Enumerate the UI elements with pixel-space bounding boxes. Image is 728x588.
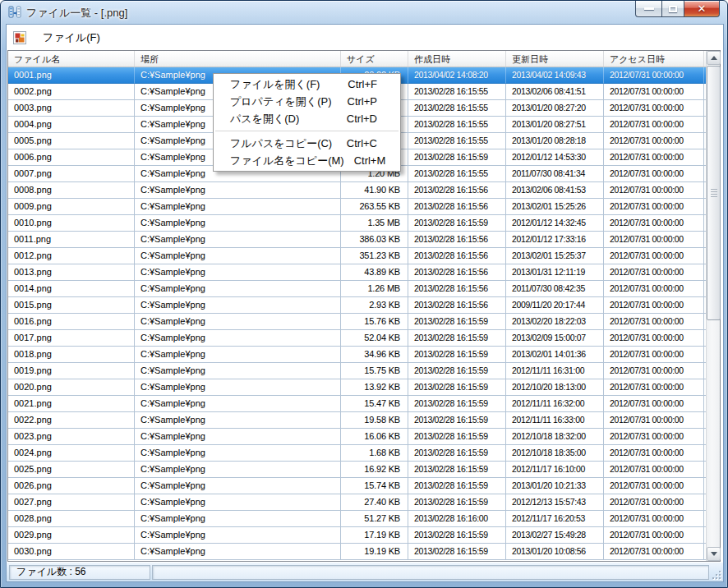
table-row[interactable]: 0028.pngC:¥Sample¥png51.27 KB2013/02/28 … [8, 511, 706, 527]
context-menu-separator [215, 131, 399, 131]
cell-updated: 2013/02/09 15:00:07 [506, 330, 604, 347]
table-row[interactable]: 0021.pngC:¥Sample¥png15.47 KB2013/02/28 … [8, 396, 706, 412]
table-row[interactable]: 0020.pngC:¥Sample¥png13.92 KB2013/02/28 … [8, 379, 706, 396]
cell-size: 41.90 KB [341, 182, 408, 199]
cell-accessed: 2012/07/31 00:00:00 [604, 215, 704, 232]
table-row[interactable]: 0011.pngC:¥Sample¥png386.03 KB2013/02/28… [8, 232, 706, 248]
header-cell-name[interactable]: ファイル名 [8, 51, 135, 67]
menu-file[interactable]: ファイル(F) [35, 27, 108, 48]
cell-location: C:¥Sample¥png [135, 182, 341, 199]
cell-size: 13.92 KB [341, 379, 408, 396]
cell-size: 52.04 KB [341, 330, 408, 347]
cell-updated: 2013/01/31 12:11:19 [506, 264, 604, 281]
table-row[interactable]: 0016.pngC:¥Sample¥png15.76 KB2013/02/28 … [8, 314, 706, 330]
cell-location: C:¥Sample¥png [135, 248, 341, 264]
scroll-thumb[interactable] [707, 66, 721, 320]
table-row[interactable]: 0025.pngC:¥Sample¥png16.92 KB2013/02/28 … [8, 462, 706, 478]
table-row[interactable]: 0010.pngC:¥Sample¥png1.35 MB2013/02/28 1… [8, 215, 706, 232]
cell-updated: 2012/11/11 16:31:00 [506, 363, 604, 379]
image-app-icon [12, 30, 28, 46]
screen: ファイル一覧 - [.png] ✕ [0, 0, 728, 588]
table-row[interactable]: 0009.pngC:¥Sample¥png263.55 KB2013/02/28… [8, 199, 706, 215]
table-row[interactable]: 0026.pngC:¥Sample¥png15.74 KB2013/02/28 … [8, 478, 706, 494]
header-cell-created[interactable]: 作成日時 [408, 51, 506, 67]
cell-accessed: 2012/07/31 00:00:00 [604, 544, 704, 560]
cell-location: C:¥Sample¥png [135, 445, 341, 462]
cell-accessed: 2012/07/31 00:00:00 [604, 117, 704, 133]
menu-item-copy-fullpath[interactable]: フルパスをコピー(C)Ctrl+C [214, 135, 400, 152]
cell-accessed: 2012/07/31 00:00:00 [604, 166, 704, 182]
cell-updated: 2013/02/27 15:49:28 [506, 527, 604, 544]
header-cell-size[interactable]: サイズ [341, 51, 408, 67]
header-cell-location[interactable]: 場所 [135, 51, 341, 67]
scroll-up-button[interactable] [707, 51, 721, 65]
menu-item-open-path[interactable]: パスを開く(D)Ctrl+D [214, 110, 400, 127]
cell-name: 0004.png [8, 117, 135, 133]
statusbar: ファイル数 : 56 [7, 562, 723, 581]
cell-created: 2013/02/28 16:15:55 [408, 100, 506, 117]
menu-item-copy-filename[interactable]: ファイル名をコピー(M)Ctrl+M [214, 152, 400, 169]
table-row[interactable]: 0027.pngC:¥Sample¥png27.40 KB2013/02/28 … [8, 494, 706, 511]
cell-accessed: 2012/07/31 00:00:00 [604, 412, 704, 429]
table-row[interactable]: 0013.pngC:¥Sample¥png43.89 KB2013/02/28 … [8, 264, 706, 281]
cell-updated: 2013/01/20 08:27:51 [506, 117, 604, 133]
cell-size: 51.27 KB [341, 511, 408, 527]
table-row[interactable]: 0029.pngC:¥Sample¥png17.19 KB2013/02/28 … [8, 527, 706, 544]
cell-updated: 2013/02/01 15:25:26 [506, 199, 604, 215]
table-row[interactable]: 0018.pngC:¥Sample¥png34.96 KB2013/02/28 … [8, 347, 706, 363]
cell-updated: 2012/01/12 14:53:30 [506, 149, 604, 166]
table-row[interactable]: 0019.pngC:¥Sample¥png15.75 KB2013/02/28 … [8, 363, 706, 379]
table-row[interactable]: 0024.pngC:¥Sample¥png1.68 KB2013/02/28 1… [8, 445, 706, 462]
table-row[interactable]: 0030.pngC:¥Sample¥png19.19 KB2013/02/28 … [8, 544, 706, 560]
cell-name: 0014.png [8, 281, 135, 297]
scroll-down-button[interactable] [707, 547, 721, 561]
caption-buttons: ✕ [635, 1, 720, 17]
table-row[interactable]: 0023.pngC:¥Sample¥png16.06 KB2013/02/28 … [8, 429, 706, 445]
cell-name: 0017.png [8, 330, 135, 347]
table-row[interactable]: 0015.pngC:¥Sample¥png2.93 KB2013/02/28 1… [8, 297, 706, 314]
cell-location: C:¥Sample¥png [135, 347, 341, 363]
maximize-button[interactable] [661, 1, 684, 17]
cell-updated: 2013/02/01 15:25:37 [506, 248, 604, 264]
cell-name: 0012.png [8, 248, 135, 264]
header-cell-accessed[interactable]: アクセス日時 [604, 51, 704, 67]
cell-accessed: 2012/07/31 00:00:00 [604, 396, 704, 412]
cell-location: C:¥Sample¥png [135, 494, 341, 511]
menubar: ファイル(F) [7, 25, 723, 50]
cell-created: 2013/02/28 16:15:59 [408, 544, 506, 560]
table-row[interactable]: 0012.pngC:¥Sample¥png351.23 KB2013/02/28… [8, 248, 706, 264]
cell-updated: 2012/11/11 16:32:00 [506, 396, 604, 412]
cell-location: C:¥Sample¥png [135, 544, 341, 560]
cell-size: 19.58 KB [341, 412, 408, 429]
menu-item-open-file[interactable]: ファイルを開く(F)Ctrl+F [214, 76, 400, 93]
header-cell-updated[interactable]: 更新日時 [506, 51, 604, 67]
cell-name: 0024.png [8, 445, 135, 462]
cell-updated: 2013/04/02 14:09:43 [506, 67, 604, 84]
titlebar[interactable]: ファイル一覧 - [.png] ✕ [1, 1, 727, 24]
table-row[interactable]: 0014.pngC:¥Sample¥png1.26 MB2013/02/28 1… [8, 281, 706, 297]
cell-accessed: 2012/07/31 00:00:00 [604, 199, 704, 215]
table-row[interactable]: 0022.pngC:¥Sample¥png19.58 KB2013/02/28 … [8, 412, 706, 429]
cell-created: 2013/02/28 16:15:59 [408, 527, 506, 544]
scrollbar-vertical[interactable] [706, 51, 720, 561]
maximize-icon [669, 6, 677, 12]
close-button[interactable]: ✕ [684, 1, 720, 17]
table-row[interactable]: 0008.pngC:¥Sample¥png41.90 KB2013/02/28 … [8, 182, 706, 199]
table-row[interactable]: 0017.pngC:¥Sample¥png52.04 KB2013/02/28 … [8, 330, 706, 347]
resize-grip[interactable] [711, 569, 721, 579]
file-count-label: ファイル数 : 56 [16, 565, 85, 579]
window: ファイル一覧 - [.png] ✕ [0, 0, 728, 588]
cell-name: 0020.png [8, 379, 135, 396]
cell-name: 0021.png [8, 396, 135, 412]
cell-accessed: 2012/07/31 00:00:00 [604, 445, 704, 462]
cell-size: 16.06 KB [341, 429, 408, 445]
cell-name: 0015.png [8, 297, 135, 314]
cell-updated: 2012/01/12 17:33:16 [506, 232, 604, 248]
cell-created: 2013/02/28 16:15:55 [408, 84, 506, 100]
cell-accessed: 2012/07/31 00:00:00 [604, 429, 704, 445]
cell-updated: 2012/01/12 14:32:45 [506, 215, 604, 232]
cell-name: 0007.png [8, 166, 135, 182]
menu-item-open-properties[interactable]: プロパティを開く(P)Ctrl+P [214, 93, 400, 110]
cell-accessed: 2012/07/31 00:00:00 [604, 264, 704, 281]
minimize-button[interactable] [635, 1, 661, 17]
